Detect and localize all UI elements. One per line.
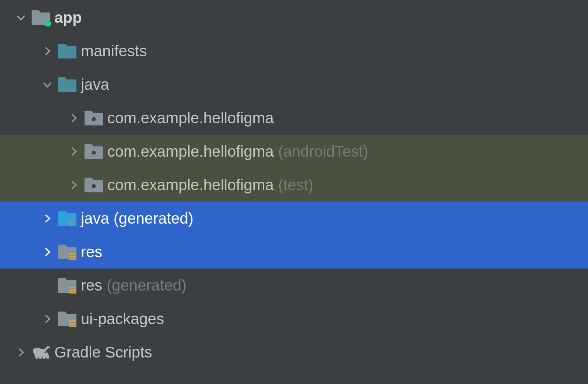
tree-item-suffix: (generated) <box>107 277 186 294</box>
chevron-down-icon[interactable] <box>11 13 31 22</box>
tree-item-java-generated[interactable]: java (generated) <box>0 202 588 235</box>
resources-folder-icon <box>57 277 77 294</box>
tree-item-res[interactable]: res <box>0 235 588 269</box>
folder-icon <box>57 76 77 93</box>
chevron-right-icon[interactable] <box>64 147 84 156</box>
tree-item-suffix: (test) <box>278 176 313 194</box>
tree-item-gradle-scripts[interactable]: Gradle Scripts <box>0 335 588 369</box>
package-folder-icon <box>84 109 104 127</box>
chevron-right-icon[interactable] <box>37 314 57 324</box>
tree-item-res-generated[interactable]: res (generated) <box>0 269 588 302</box>
chevron-right-icon[interactable] <box>64 180 84 190</box>
tree-item-package-androidtest[interactable]: com.example.hellofigma (androidTest) <box>0 135 588 168</box>
chevron-right-icon[interactable] <box>37 247 57 257</box>
folder-icon <box>57 42 77 60</box>
package-folder-icon <box>84 143 104 160</box>
package-folder-icon <box>84 176 104 194</box>
tree-item-app[interactable]: app <box>0 1 588 34</box>
tree-item-ui-packages[interactable]: ui-packages <box>0 302 588 335</box>
tree-item-label: java <box>81 210 109 227</box>
tree-item-package-test[interactable]: com.example.hellofigma (test) <box>0 168 588 202</box>
tree-item-label: res <box>81 277 102 294</box>
chevron-right-icon[interactable] <box>64 113 84 123</box>
tree-item-label: app <box>54 9 82 26</box>
tree-item-label: com.example.hellofigma <box>107 176 274 194</box>
chevron-right-icon[interactable] <box>11 348 31 357</box>
tree-item-label: java <box>81 76 109 93</box>
generated-folder-icon <box>57 210 77 227</box>
tree-item-label: manifests <box>81 42 147 60</box>
chevron-right-icon[interactable] <box>37 46 57 56</box>
chevron-right-icon[interactable] <box>37 214 57 223</box>
tree-item-label: com.example.hellofigma <box>107 109 274 127</box>
tree-item-label: res <box>81 243 102 261</box>
tree-item-package-main[interactable]: com.example.hellofigma <box>0 101 588 135</box>
gradle-icon <box>31 344 51 361</box>
tree-item-label: com.example.hellofigma <box>107 143 274 160</box>
tree-item-suffix: (androidTest) <box>278 143 368 160</box>
tree-item-label: ui-packages <box>81 310 164 328</box>
tree-item-suffix: (generated) <box>114 210 193 227</box>
tree-item-manifests[interactable]: manifests <box>0 34 588 68</box>
chevron-down-icon[interactable] <box>37 80 57 89</box>
resources-folder-icon <box>57 243 77 261</box>
tree-item-java[interactable]: java <box>0 68 588 101</box>
module-folder-icon <box>31 9 51 26</box>
tree-item-label: Gradle Scripts <box>54 344 152 361</box>
project-tree[interactable]: app manifests java com.example.hellofigm… <box>0 1 588 369</box>
resources-folder-icon <box>57 310 77 328</box>
